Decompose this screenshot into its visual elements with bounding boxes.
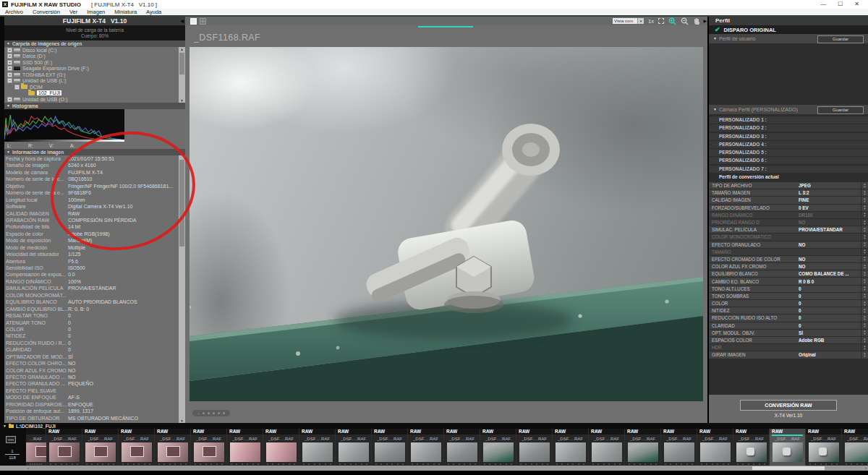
custom-profile-row[interactable]: PERSONALIZADO 1 : <box>709 116 868 124</box>
stepper-icon[interactable]: ▴▾ <box>861 337 868 343</box>
setting-row[interactable]: CAMBIO EQ. BLANCOR 0 B 0▴▾ <box>709 278 868 284</box>
thumbnail-image[interactable] <box>592 442 622 462</box>
menu-item-2[interactable]: Ver <box>69 9 77 15</box>
camera-profile-header[interactable]: ▼Cámara Perfil (PERSONALIZADO) Guardar <box>709 105 868 114</box>
filmstrip-thumb[interactable]: RAW_DSF….RAF <box>119 429 154 466</box>
rating-dot[interactable] <box>213 412 215 414</box>
setting-row[interactable]: SIMULAC. PELÍCULAPROVIA/ESTÁNDAR▴▾ <box>709 226 868 233</box>
filmstrip-scrollbar[interactable]: ‹ › <box>0 466 868 471</box>
collapse-icon[interactable]: − <box>7 78 12 83</box>
setting-row[interactable]: EFECTO CROMADO DE COLORNO▴▾ <box>709 256 868 262</box>
filmstrip-thumb[interactable]: RAW_DSF….RAF <box>806 429 841 466</box>
expand-icon[interactable]: + <box>7 54 12 59</box>
collapse-left-icon[interactable]: ◀ <box>180 19 184 23</box>
thumbnail-image[interactable] <box>375 442 405 462</box>
setting-row[interactable]: FORZADO/SUBREVELADO0 EV▴▾ <box>709 205 868 211</box>
original-shot-row[interactable]: ✔ DISPARO ORIGINAL <box>709 25 868 34</box>
rating-control[interactable]: - <box>192 410 230 416</box>
scroll-right-icon[interactable]: › <box>865 466 867 471</box>
single-view-icon[interactable] <box>190 18 197 25</box>
setting-row[interactable]: GIRAR IMAGENOriginal▴▾ <box>709 351 868 358</box>
filmstrip-thumb[interactable]: RAW_DSF….RAF <box>625 429 660 466</box>
filmstrip-thumb[interactable]: RAW_DSF….RAF <box>553 429 588 466</box>
setting-row[interactable]: TONO SOMBRAS0▴▾ <box>709 293 868 299</box>
raw-conversion-button[interactable]: CONVERSIÓN RAW <box>740 400 837 411</box>
thumbnail-image[interactable] <box>302 442 333 462</box>
expand-icon[interactable]: + <box>7 66 12 71</box>
stepper-icon[interactable]: ▴▾ <box>861 330 868 336</box>
setting-row[interactable]: HDR▴▾ <box>709 344 868 351</box>
stepper-icon[interactable]: ▴▾ <box>861 293 868 299</box>
thumbnail-image[interactable] <box>809 442 839 462</box>
setting-row[interactable]: TAMAÑO IMAGENL 3:2▴▾ <box>709 189 868 196</box>
thumbnail-image[interactable] <box>230 442 260 462</box>
setting-row[interactable]: TIPO DE ARCHIVOJPEG▴▾ <box>709 182 868 189</box>
stepper-icon[interactable]: ▴▾ <box>861 212 868 218</box>
stepper-icon[interactable]: ▴▾ <box>861 263 868 270</box>
filmstrip-thumb[interactable]: RAW_DSF….RAF <box>155 429 190 466</box>
filmstrip-thumb[interactable]: RAW_DSF….RAF <box>46 429 82 466</box>
thumbnail-image[interactable] <box>519 442 550 462</box>
filmstrip-thumb[interactable]: RAW_DSF….RAF <box>263 429 299 466</box>
thumbnail-size-icon[interactable] <box>6 436 16 443</box>
scroll-left-icon[interactable]: ‹ <box>27 466 29 471</box>
filmstrip-thumb[interactable]: RAW_DSF….RAF <box>82 429 118 466</box>
setting-row[interactable]: COLOR AZUL FX CROMONO▴▾ <box>709 263 868 270</box>
setting-row[interactable]: CALIDAD IMAGENFINE▴▾ <box>709 197 868 203</box>
tree-item[interactable]: +SSD 500 (E:) <box>4 59 179 66</box>
scrollbar-thumb[interactable] <box>752 466 825 470</box>
minimize-button[interactable]: — <box>820 0 826 9</box>
setting-row[interactable]: NITIDEZ0▴▾ <box>709 307 868 314</box>
expand-icon[interactable]: + <box>7 97 12 102</box>
menu-item-3[interactable]: Imagen <box>87 9 105 15</box>
folders-section-header[interactable]: ▼Carpeta de imágenes de origen <box>4 40 185 47</box>
stepper-icon[interactable]: ▴▾ <box>861 241 868 248</box>
expand-icon[interactable]: + <box>7 48 12 53</box>
filmstrip-thumb[interactable]: RAW_DSF….RAF <box>516 429 552 466</box>
custom-profile-row[interactable]: PERSONALIZADO 2 : <box>709 124 868 132</box>
tree-item[interactable]: +TOSHIBA EXT (G:) <box>4 72 179 78</box>
setting-row[interactable]: ESPACIOS COLORAdobe RGB▴▾ <box>709 337 868 343</box>
filmstrip-thumb[interactable]: RAW_DSF….RAF <box>770 429 805 466</box>
user-profile-header[interactable]: ▼Perfil de usuario Guardar <box>709 34 868 43</box>
stepper-icon[interactable]: ▴▾ <box>861 322 868 329</box>
tree-item[interactable]: +Disco local (C:) <box>4 47 179 54</box>
info-section-header[interactable]: ▼Información de imagen <box>4 149 185 155</box>
scrollbar-thumb[interactable] <box>179 160 184 247</box>
stepper-icon[interactable]: ▴▾ <box>861 249 868 255</box>
menu-item-5[interactable]: Ayuda <box>146 9 161 15</box>
stepper-icon[interactable]: ▴▾ <box>861 256 868 262</box>
save-user-profile-button[interactable]: Guardar <box>817 35 864 43</box>
stepper-icon[interactable]: ▴▾ <box>861 205 868 211</box>
custom-profile-row[interactable]: PERSONALIZADO 5 : <box>709 149 868 156</box>
save-camera-profile-button[interactable]: Guardar <box>817 106 864 114</box>
filmstrip-thumb[interactable]: RAW_DSF….RAF <box>444 429 480 466</box>
filmstrip-thumb[interactable]: RAW...RAF <box>26 429 46 466</box>
rating-dot[interactable] <box>223 412 225 414</box>
filmstrip-thumb[interactable]: RAW_DSF….RAF <box>191 429 226 466</box>
tree-item[interactable]: +Datos (D:) <box>4 54 179 60</box>
menu-item-4[interactable]: Miniatura <box>114 9 137 15</box>
setting-row[interactable]: CLARIDAD0▴▾ <box>709 322 868 329</box>
thumbnail-image[interactable] <box>773 442 803 462</box>
thumbnail-image[interactable] <box>411 442 441 462</box>
thumbnail-image[interactable] <box>339 442 369 462</box>
chevron-down-icon[interactable]: ▾ <box>637 18 644 24</box>
thumbnail-image[interactable] <box>122 442 152 462</box>
stepper-icon[interactable]: ▴▾ <box>861 314 868 321</box>
thumbnail-image[interactable] <box>49 442 80 462</box>
filmstrip-thumb[interactable]: RAW_DSF….RAF <box>733 429 769 466</box>
tree-item[interactable]: +Seagate Expansion Drive (F:) <box>4 66 179 72</box>
close-button[interactable]: ✕ <box>854 0 859 9</box>
filmstrip-thumb[interactable]: RAW_DSF….RAF <box>408 429 443 466</box>
filmstrip-thumb[interactable]: RAW_DSF….RAF <box>299 429 335 466</box>
filmstrip-thumb[interactable]: RAW_DSF….RAF <box>589 429 624 466</box>
maximize-button[interactable]: ☐ <box>838 0 843 9</box>
stepper-icon[interactable]: ▴▾ <box>861 307 868 314</box>
scroll-up-icon[interactable]: ▲ <box>179 47 185 51</box>
tree-scrollbar[interactable]: ▲ ▼ <box>179 47 185 103</box>
thumbnail-image[interactable] <box>194 442 224 462</box>
stepper-icon[interactable]: ▴▾ <box>861 189 868 196</box>
scrollbar-thumb[interactable] <box>179 53 184 74</box>
rating-dot[interactable] <box>203 412 205 414</box>
